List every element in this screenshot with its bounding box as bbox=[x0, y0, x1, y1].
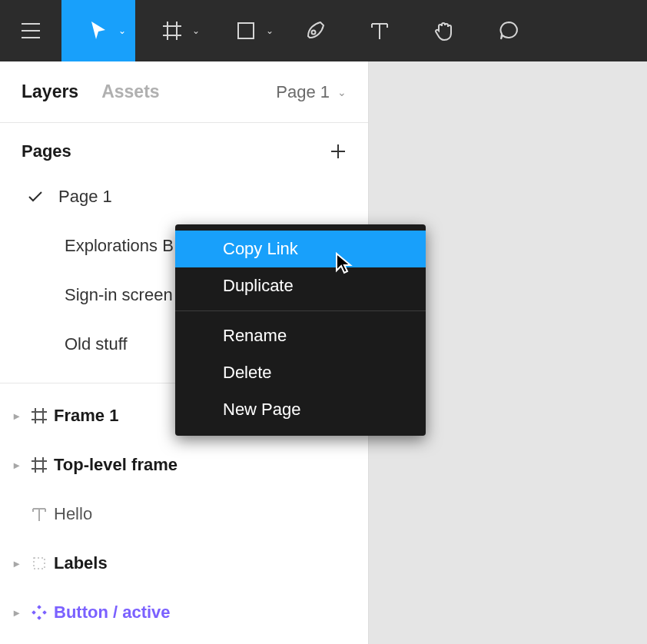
disclosure-triangle-icon[interactable]: ▸ bbox=[8, 410, 25, 422]
hand-tool-button[interactable] bbox=[412, 0, 476, 61]
layer-label: Frame 1 bbox=[54, 406, 118, 426]
page-item[interactable]: Page 1 bbox=[0, 172, 368, 221]
pages-title: Pages bbox=[22, 141, 71, 161]
comment-tool-button[interactable] bbox=[476, 0, 541, 61]
page-label: Explorations B bbox=[65, 236, 174, 256]
svg-rect-7 bbox=[238, 23, 254, 38]
frame-tool-button[interactable]: ⌄ bbox=[135, 0, 209, 61]
chevron-down-icon: ⌄ bbox=[192, 26, 200, 35]
svg-rect-27 bbox=[34, 558, 45, 569]
text-icon bbox=[370, 20, 390, 41]
context-menu-divider bbox=[175, 310, 426, 311]
layer-label: Labels bbox=[54, 553, 108, 573]
page-label: Page 1 bbox=[58, 187, 112, 207]
disclosure-triangle-icon[interactable]: ▸ bbox=[8, 557, 25, 569]
main-area: Layers Assets Page 1 ⌄ Pages Page 1 bbox=[0, 61, 647, 644]
layers-tab[interactable]: Layers bbox=[22, 81, 78, 102]
pen-icon bbox=[304, 19, 327, 42]
svg-rect-30 bbox=[32, 610, 36, 615]
layer-item-component[interactable]: ▸ Button / active bbox=[0, 588, 368, 637]
main-menu-button[interactable] bbox=[0, 0, 61, 61]
page-selector[interactable]: Page 1 ⌄ bbox=[276, 82, 347, 102]
svg-rect-29 bbox=[37, 616, 41, 620]
comment-icon bbox=[497, 19, 520, 42]
chevron-down-icon: ⌄ bbox=[266, 26, 274, 35]
frame-icon bbox=[25, 407, 54, 424]
layer-label: Hello bbox=[54, 504, 92, 524]
layer-item-frame[interactable]: ▸ Top-level frame bbox=[0, 440, 368, 490]
context-menu-copy-link[interactable]: Copy Link bbox=[175, 231, 426, 267]
pages-header: Pages bbox=[0, 123, 368, 172]
chevron-down-icon: ⌄ bbox=[337, 86, 347, 98]
page-context-menu: Copy Link Duplicate Rename Delete New Pa… bbox=[175, 224, 426, 436]
disclosure-triangle-icon[interactable]: ▸ bbox=[8, 606, 25, 619]
hamburger-icon bbox=[20, 22, 41, 39]
disclosure-triangle-icon[interactable]: ▸ bbox=[8, 459, 25, 471]
chevron-down-icon: ⌄ bbox=[118, 26, 126, 35]
context-menu-new-page[interactable]: New Page bbox=[175, 391, 426, 428]
shape-tool-button[interactable]: ⌄ bbox=[209, 0, 283, 61]
group-icon bbox=[25, 555, 54, 572]
layer-label: Top-level frame bbox=[54, 455, 178, 475]
layer-item-group[interactable]: ▸ Labels bbox=[0, 539, 368, 588]
context-menu-delete[interactable]: Delete bbox=[175, 354, 426, 391]
panel-tabs-row: Layers Assets Page 1 ⌄ bbox=[0, 61, 368, 123]
context-menu-rename[interactable]: Rename bbox=[175, 317, 426, 354]
frame-icon bbox=[161, 20, 183, 41]
frame-icon bbox=[25, 456, 54, 473]
move-tool-button[interactable]: ⌄ bbox=[61, 0, 135, 61]
svg-rect-28 bbox=[37, 605, 41, 609]
layer-item-text[interactable]: Hello bbox=[0, 490, 368, 539]
check-icon bbox=[28, 191, 58, 203]
page-label: Sign-in screen bbox=[65, 285, 173, 305]
page-label: Old stuff bbox=[65, 334, 128, 354]
pen-tool-button[interactable] bbox=[283, 0, 347, 61]
text-icon bbox=[25, 506, 54, 523]
hand-icon bbox=[433, 19, 456, 42]
top-toolbar: ⌄ ⌄ ⌄ bbox=[0, 0, 647, 61]
component-icon bbox=[25, 604, 54, 621]
context-menu-duplicate[interactable]: Duplicate bbox=[175, 267, 426, 304]
layer-label: Button / active bbox=[54, 603, 171, 622]
svg-rect-31 bbox=[42, 610, 47, 615]
rectangle-icon bbox=[236, 21, 256, 41]
svg-point-8 bbox=[312, 31, 316, 35]
add-page-button[interactable] bbox=[330, 143, 347, 160]
move-cursor-icon bbox=[88, 19, 108, 42]
current-page-label: Page 1 bbox=[276, 82, 330, 102]
plus-icon bbox=[330, 143, 347, 160]
assets-tab[interactable]: Assets bbox=[101, 81, 159, 102]
text-tool-button[interactable] bbox=[347, 0, 412, 61]
